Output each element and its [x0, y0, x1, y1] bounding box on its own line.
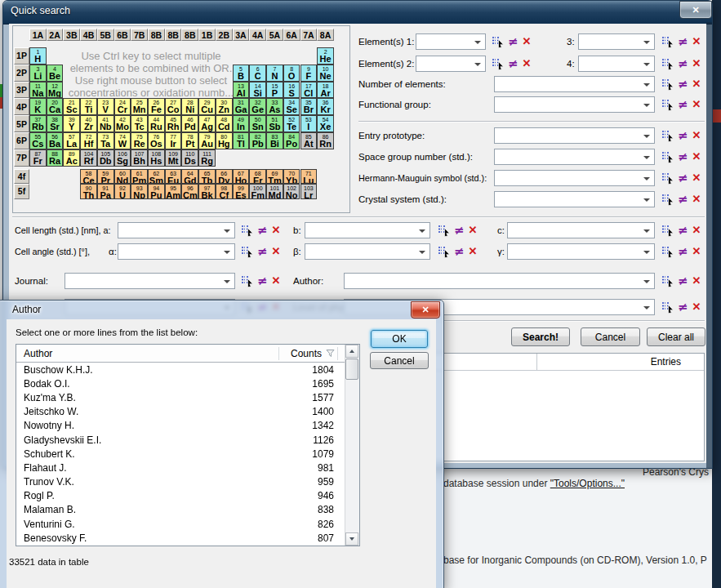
entries-column-header[interactable]: Entries — [651, 356, 681, 368]
author-list-scrollbar[interactable] — [345, 345, 359, 546]
element-cell[interactable]: 2 He — [317, 47, 334, 65]
clear-field-icon[interactable]: ✕ — [692, 172, 701, 185]
clear-field-icon[interactable]: ✕ — [692, 35, 701, 48]
group-header[interactable]: 3B — [63, 29, 80, 41]
author-list-item[interactable]: Jeitschko W. 1400 — [16, 405, 345, 419]
element-cell[interactable]: 25 Mn — [131, 98, 148, 115]
select-from-list-icon[interactable] — [661, 35, 674, 48]
element-cell[interactable]: 28 Ni — [181, 98, 198, 115]
entry-prototype-combo[interactable] — [494, 127, 655, 144]
period-row-header[interactable]: 4f — [14, 169, 29, 185]
clear-field-icon[interactable]: ✕ — [692, 129, 701, 142]
element-cell[interactable]: 26 Fe — [148, 98, 165, 115]
element-cell[interactable]: 56 Ba — [47, 132, 64, 149]
element-cell[interactable]: 108 Hs — [148, 149, 165, 167]
element-cell[interactable]: 21 Sc — [63, 98, 80, 115]
element-cell[interactable]: 82 Pb — [249, 132, 266, 149]
group-header[interactable]: 6A — [283, 29, 300, 41]
not-equal-icon[interactable]: ≠ — [678, 224, 688, 237]
cell-b-combo[interactable] — [305, 222, 430, 238]
element-cell[interactable]: 90 Th — [80, 184, 97, 199]
element-cell[interactable]: 75 Re — [131, 132, 148, 149]
select-from-list-icon[interactable] — [240, 245, 253, 258]
space-group-combo[interactable] — [494, 149, 655, 165]
group-header[interactable]: 7A — [300, 29, 318, 41]
element-cell[interactable]: 9 F — [300, 65, 318, 82]
select-from-list-icon[interactable] — [240, 224, 253, 237]
period-row-header[interactable]: 5f — [14, 184, 29, 199]
author-list-item[interactable]: Rogl P. 946 — [16, 489, 345, 503]
group-header[interactable]: 1B — [198, 29, 216, 41]
element-cell[interactable]: 48 Cd — [216, 115, 233, 132]
element3-combo[interactable] — [578, 33, 655, 50]
group-header[interactable]: 1A — [29, 29, 47, 41]
period-row-header[interactable]: 5P — [14, 115, 29, 132]
journal-combo[interactable] — [65, 273, 235, 289]
element-cell[interactable]: 23 V — [97, 98, 114, 115]
element-cell[interactable]: 37 Rb — [29, 115, 47, 132]
select-from-list-icon[interactable] — [437, 245, 450, 258]
select-from-list-icon[interactable] — [240, 274, 253, 287]
period-row-header[interactable]: 4P — [14, 98, 29, 115]
clear-field-icon[interactable]: ✕ — [692, 78, 701, 91]
group-header[interactable]: 5A — [266, 29, 283, 41]
element-cell[interactable]: 88 Ra — [47, 149, 64, 167]
element-cell[interactable]: 73 Ta — [97, 132, 114, 149]
element-cell[interactable]: 39 Y — [63, 115, 80, 132]
element-cell[interactable]: 109 Mt — [165, 149, 182, 167]
clear-field-icon[interactable]: ✕ — [692, 224, 701, 237]
period-row-header[interactable]: 6P — [14, 132, 29, 149]
element-cell[interactable]: 11 Na — [29, 82, 47, 99]
element-cell[interactable]: 104 Rf — [80, 149, 97, 167]
element-cell[interactable]: 36 Kr — [317, 98, 334, 115]
element-cell[interactable]: 29 Cu — [198, 98, 216, 115]
element-cell[interactable]: 102 No — [283, 184, 300, 199]
counts-column-header[interactable]: Counts — [279, 348, 337, 359]
element-cell[interactable]: 45 Rh — [165, 115, 182, 132]
element-cell[interactable]: 72 Hf — [80, 132, 97, 149]
author-close-button[interactable]: ✕ — [411, 301, 440, 318]
author-list-item[interactable]: Buschow K.H.J. 1804 — [16, 363, 345, 376]
author-list-item[interactable]: Bodak O.I. 1695 — [16, 376, 345, 390]
author-list-item[interactable]: Gladyshevskii E.I. 1126 — [16, 433, 345, 447]
element1-combo[interactable] — [416, 33, 486, 50]
group-header[interactable]: 4A — [249, 29, 266, 41]
element-cell[interactable]: 59 Pr — [97, 169, 114, 185]
element-cell[interactable]: 100 Fm — [249, 184, 266, 199]
select-from-list-icon[interactable] — [661, 245, 674, 258]
element-cell[interactable]: 66 Dy — [216, 169, 233, 185]
element-cell[interactable]: 95 Am — [165, 184, 182, 199]
group-header[interactable]: 4B — [80, 29, 97, 41]
select-from-list-icon[interactable] — [661, 274, 674, 287]
element-cell[interactable]: 96 Cm — [181, 184, 198, 199]
author-list-item[interactable]: Kuz'ma Y.B. 1577 — [16, 390, 345, 404]
author-list-item[interactable]: Flahaut J. 981 — [16, 461, 345, 474]
scroll-down-button[interactable] — [345, 532, 358, 546]
element-cell[interactable]: 107 Bh — [131, 149, 148, 167]
group-header[interactable]: 5B — [97, 29, 114, 41]
element-cell[interactable]: 30 Zn — [216, 98, 233, 115]
period-row-header[interactable]: 1P — [14, 47, 29, 65]
crystal-system-combo[interactable] — [494, 191, 655, 207]
author-combo[interactable] — [344, 273, 655, 289]
element-cell[interactable]: 79 Au — [198, 132, 216, 149]
element-cell[interactable]: 14 Si — [249, 82, 266, 99]
author-cancel-button[interactable]: Cancel — [370, 352, 429, 369]
clear-field-icon[interactable]: ✕ — [692, 150, 701, 163]
group-header[interactable]: 8A — [317, 29, 334, 41]
element-cell[interactable]: 99 Es — [233, 184, 250, 199]
element-cell[interactable]: 58 Ce — [80, 169, 97, 185]
clear-field-icon[interactable]: ✕ — [692, 57, 701, 70]
element-cell[interactable]: 89 Ac — [63, 149, 80, 167]
element-cell[interactable]: 85 At — [300, 132, 318, 149]
element-cell[interactable]: 71 Lu — [300, 169, 318, 185]
element-cell[interactable]: 76 Os — [148, 132, 165, 149]
not-equal-icon[interactable]: ≠ — [508, 35, 518, 48]
not-equal-icon[interactable]: ≠ — [678, 129, 688, 142]
element-cell[interactable]: 22 Ti — [80, 98, 97, 115]
element4-combo[interactable] — [578, 56, 655, 72]
group-header[interactable]: 7B — [131, 29, 148, 41]
element-cell[interactable]: 105 Db — [97, 149, 114, 167]
clear-all-button[interactable]: Clear all — [647, 327, 705, 346]
element-cell[interactable]: 38 Sr — [47, 115, 64, 132]
